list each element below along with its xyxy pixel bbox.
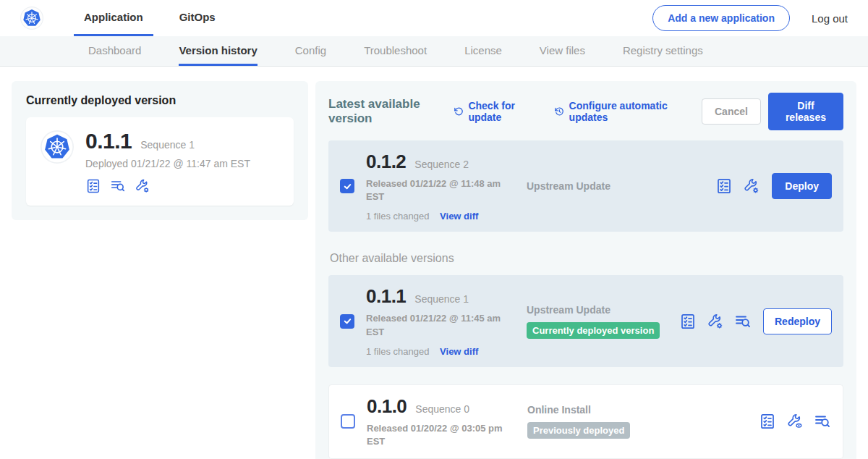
previously-deployed-badge: Previously deployed — [527, 422, 630, 439]
row-spacer — [328, 367, 843, 384]
subnav-troubleshoot[interactable]: Troubleshoot — [364, 36, 427, 66]
redeploy-button[interactable]: Redeploy — [763, 308, 832, 334]
subnav-license[interactable]: License — [464, 36, 502, 66]
view-logs-icon[interactable] — [814, 413, 831, 430]
top-nav: Application GitOps Add a new application… — [0, 0, 868, 36]
kubernetes-logo — [20, 7, 43, 30]
add-application-button[interactable]: Add a new application — [652, 5, 790, 31]
edit-config-icon[interactable] — [135, 178, 150, 194]
released-timestamp: Released 01/20/22 @ 03:05 pm EST — [367, 422, 509, 448]
preflight-checks-icon[interactable] — [679, 313, 697, 330]
cancel-button[interactable]: Cancel — [702, 98, 761, 125]
subnav-config[interactable]: Config — [295, 36, 326, 66]
check-for-update-label: Check for update — [468, 100, 535, 123]
released-timestamp: Released 01/21/22 @ 11:48 am EST — [366, 177, 508, 203]
edit-config-icon[interactable] — [743, 177, 760, 195]
preflight-checks-icon[interactable] — [715, 177, 733, 195]
history-panel-header: Latest available version Check for updat… — [328, 93, 843, 130]
sequence-label: Sequence 0 — [415, 403, 469, 415]
files-changed-label: 1 files changed — [366, 346, 429, 357]
view-diff-link[interactable]: View diff — [440, 346, 478, 357]
logout-button[interactable]: Log out — [812, 12, 848, 25]
topnav-spacer — [242, 0, 652, 36]
configure-updates-link[interactable]: Configure automatic updates — [554, 100, 683, 123]
sequence-label: Sequence 1 — [414, 293, 469, 305]
kubernetes-app-icon — [41, 130, 74, 164]
view-diff-link[interactable]: View diff — [440, 211, 478, 222]
configure-updates-label: Configure automatic updates — [569, 100, 683, 123]
sequence-label: Sequence 2 — [414, 159, 469, 170]
diff-releases-button[interactable]: Diff releases — [768, 93, 843, 130]
clock-refresh-icon — [554, 105, 565, 118]
subnav-view-files[interactable]: View files — [540, 36, 585, 66]
deployed-version-card: 0.1.1 Sequence 1 Deployed 01/21/22 @ 11:… — [26, 117, 294, 206]
version-number: 0.1.1 — [366, 285, 406, 308]
version-checkbox-0-1-0[interactable] — [341, 414, 355, 429]
version-row-0-1-1: 0.1.1 Sequence 1 Released 01/21/22 @ 11:… — [328, 275, 843, 366]
subnav-registry-settings[interactable]: Registry settings — [623, 36, 703, 66]
deploy-button[interactable]: Deploy — [772, 173, 832, 199]
released-timestamp: Released 01/21/22 @ 11:45 am EST — [366, 312, 508, 338]
version-row-0-1-2: 0.1.2 Sequence 2 Released 01/21/22 @ 11:… — [328, 140, 843, 232]
view-logs-icon[interactable] — [734, 313, 752, 330]
tab-gitops[interactable]: GitOps — [169, 0, 226, 36]
version-source-label: Upstream Update — [527, 304, 679, 316]
version-history-panel: Latest available version Check for updat… — [315, 81, 856, 459]
version-number: 0.1.0 — [367, 395, 407, 418]
main-content: Currently deployed version — [0, 67, 868, 459]
view-config-icon[interactable] — [786, 413, 804, 430]
view-logs-icon[interactable] — [110, 178, 126, 194]
version-row-0-1-0: 0.1.0 Sequence 0 Released 01/20/22 @ 03:… — [328, 384, 843, 459]
deployed-timestamp: Deployed 01/21/22 @ 11:47 am EST — [85, 158, 250, 169]
version-source-label: Upstream Update — [527, 180, 715, 192]
version-number: 0.1.2 — [366, 151, 406, 173]
edit-config-icon[interactable] — [707, 313, 724, 330]
app-sub-nav: Dashboard Version history Config Trouble… — [0, 36, 868, 67]
subnav-version-history[interactable]: Version history — [179, 36, 257, 66]
version-checkbox-0-1-1[interactable] — [340, 314, 354, 329]
latest-version-title: Latest available version — [328, 97, 442, 126]
currently-deployed-title: Currently deployed version — [26, 94, 294, 107]
refresh-icon — [454, 105, 464, 118]
check-for-update-link[interactable]: Check for update — [454, 100, 535, 123]
deployed-sequence-label: Sequence 1 — [140, 139, 195, 151]
other-versions-title: Other available versions — [328, 252, 843, 265]
preflight-checks-icon[interactable] — [759, 413, 776, 430]
version-checkbox-0-1-2[interactable] — [340, 179, 354, 193]
deployed-version-number: 0.1.1 — [85, 129, 132, 153]
currently-deployed-panel: Currently deployed version — [12, 81, 308, 220]
files-changed-label: 1 files changed — [366, 211, 429, 222]
tab-application[interactable]: Application — [74, 0, 153, 36]
preflight-checks-icon[interactable] — [85, 178, 101, 194]
currently-deployed-badge: Currently deployed version — [527, 322, 660, 339]
version-source-label: Online Install — [527, 404, 759, 416]
subnav-dashboard[interactable]: Dashboard — [88, 36, 141, 66]
